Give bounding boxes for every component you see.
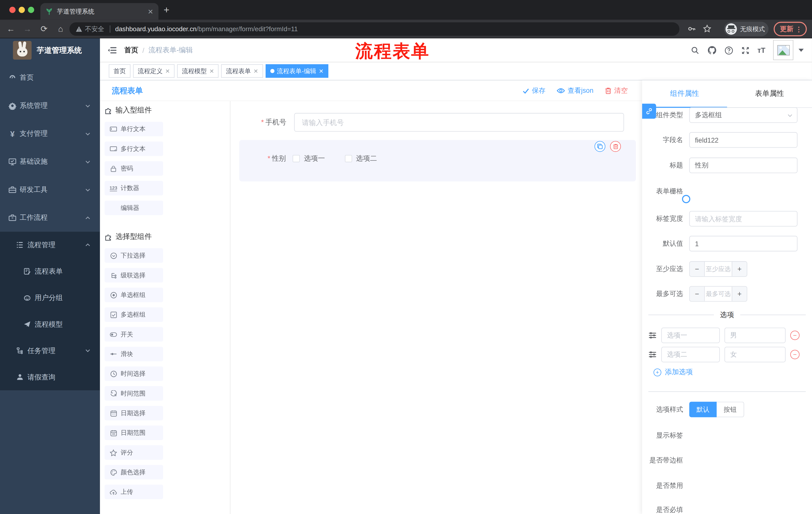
stepper-plus-button[interactable]: + [732,262,747,276]
sidebar-item-task-manage[interactable]: 任务管理 [0,337,100,364]
sidebar-item-devtools[interactable]: 研发工具 [0,176,100,204]
component-time-range[interactable]: 时间范围 [105,386,163,401]
option-value-input[interactable] [725,328,786,343]
component-checkbox-group[interactable]: 多选框组 [105,307,163,322]
sidebar-item-leave-query[interactable]: 请假查询 [0,364,100,390]
reload-icon[interactable]: ⟳ [37,20,51,38]
help-icon[interactable] [724,46,733,55]
tag-process-definition[interactable]: 流程定义✕ [133,64,175,78]
component-radio-group[interactable]: 单选框组 [105,288,163,302]
stepper-minus-button[interactable]: − [690,262,705,276]
min-select-input[interactable] [705,262,732,276]
window-minimize-button[interactable] [19,7,25,13]
bookmark-star-icon[interactable] [700,20,714,38]
tab-form-props[interactable]: 表单属性 [727,80,812,107]
sidebar-item-system[interactable]: 系统管理 [0,92,100,120]
phone-field-input[interactable] [294,113,624,132]
default-value-input[interactable] [689,236,798,251]
field-name-input[interactable] [689,132,798,148]
clear-button[interactable]: 清空 [605,86,628,95]
copy-component-button[interactable] [594,141,605,152]
option-value-input[interactable] [725,347,786,362]
option-label-input[interactable] [661,328,720,343]
component-password[interactable]: 密码 [105,161,163,176]
component-upload[interactable]: 上传 [105,485,163,499]
stepper-plus-button[interactable]: + [732,287,747,301]
sidebar-item-process-model[interactable]: 流程模型 [0,311,100,337]
max-select-input[interactable] [705,287,732,301]
tag-process-model[interactable]: 流程模型✕ [177,64,219,78]
address-bar[interactable]: 不安全 dashboard.yudao.iocoder.cn/bpm/manag… [69,22,679,36]
drag-handle-icon[interactable] [648,331,657,340]
component-date-range[interactable]: 日期范围 [105,426,163,440]
tag-close-icon[interactable]: ✕ [209,67,214,75]
label-width-input[interactable] [689,211,798,226]
forward-icon[interactable]: → [21,20,34,38]
component-type-select[interactable]: 多选框组 [689,107,798,123]
component-date-picker[interactable]: 日期选择 [105,406,163,421]
sidebar-item-user-group[interactable]: 用户分组 [0,285,100,311]
tag-process-form-edit[interactable]: 流程表单-编辑✕ [266,64,328,78]
browser-menu-icon[interactable]: ⋮ [795,25,802,33]
avatar[interactable] [773,40,793,60]
tag-close-icon[interactable]: ✕ [319,67,324,75]
add-option-button[interactable]: + 添加选项 [654,368,693,377]
sidebar-item-infrastructure[interactable]: 基础设施 [0,147,100,175]
remove-option-icon[interactable]: − [790,331,800,340]
delete-component-button[interactable] [610,141,621,152]
font-size-icon[interactable]: ᴛT [757,46,765,54]
option-label-input[interactable] [661,347,720,362]
component-rate[interactable]: 评分 [105,445,163,460]
password-key-icon[interactable] [685,20,698,38]
canvas-phone-field[interactable]: *手机号 [230,113,624,132]
breadcrumb-home[interactable]: 首页 [124,46,139,55]
sidebar-item-process-manage[interactable]: 流程管理 [0,232,100,258]
drag-handle-icon[interactable] [648,350,657,359]
remove-option-icon[interactable]: − [790,350,800,359]
new-tab-button[interactable]: + [164,4,169,15]
component-select[interactable]: 下拉选择 [105,248,163,263]
avatar-caret-icon[interactable] [799,49,804,52]
slider-handle[interactable] [682,195,690,203]
browser-tab[interactable]: 芋道管理系统 ✕ [40,3,158,20]
sidebar-item-payment[interactable]: ¥ 支付管理 [0,120,100,147]
app-logo[interactable]: 芋道管理系统 [0,38,100,62]
title-input[interactable] [689,158,798,173]
canvas-gender-field-selected[interactable]: *性别 选项一 选项二 [239,140,636,182]
fullscreen-icon[interactable] [741,46,750,55]
component-slider[interactable]: 滑块 [105,347,163,361]
component-counter[interactable]: 123 计数器 [105,181,163,195]
save-button[interactable]: 保存 [523,86,546,95]
style-button-button[interactable]: 按钮 [717,402,744,417]
stepper-minus-button[interactable]: − [690,287,705,301]
component-textarea[interactable]: 多行文本 [105,141,163,156]
view-json-button[interactable]: 查看json [557,86,593,95]
github-icon[interactable] [707,46,717,55]
component-editor[interactable]: 编辑器 [105,201,163,215]
sidebar-item-home[interactable]: 首页 [0,64,100,92]
component-color-picker[interactable]: 颜色选择 [105,465,163,480]
tag-home[interactable]: 首页 [109,64,130,78]
component-cascader[interactable]: 级联选择 [105,268,163,283]
gender-checkbox-option2[interactable]: 选项二 [345,154,377,163]
component-single-line-text[interactable]: 单行文本 [105,122,163,136]
tag-process-form[interactable]: 流程表单✕ [221,64,263,78]
sidebar-item-workflow[interactable]: 工作流程 [0,204,100,232]
tag-close-icon[interactable]: ✕ [165,67,170,75]
component-switch[interactable]: 开关 [105,327,163,342]
search-icon[interactable] [691,46,699,55]
security-warning[interactable]: 不安全 [76,25,104,33]
window-close-button[interactable] [9,7,16,13]
browser-update-button[interactable]: 更新 ⋮ [774,22,807,36]
tab-close-icon[interactable]: ✕ [148,7,153,15]
tab-component-props[interactable]: 组件属性 [642,80,727,107]
window-zoom-button[interactable] [28,7,34,13]
home-icon[interactable]: ⌂ [54,20,67,38]
gender-checkbox-option1[interactable]: 选项一 [293,154,325,163]
component-time-picker[interactable]: 时间选择 [105,367,163,381]
sidebar-item-process-form[interactable]: 流程表单 [0,258,100,285]
tag-close-icon[interactable]: ✕ [254,67,258,75]
back-icon[interactable]: ← [4,20,18,38]
sidebar-collapse-icon[interactable] [108,46,117,54]
style-default-button[interactable]: 默认 [689,402,717,417]
